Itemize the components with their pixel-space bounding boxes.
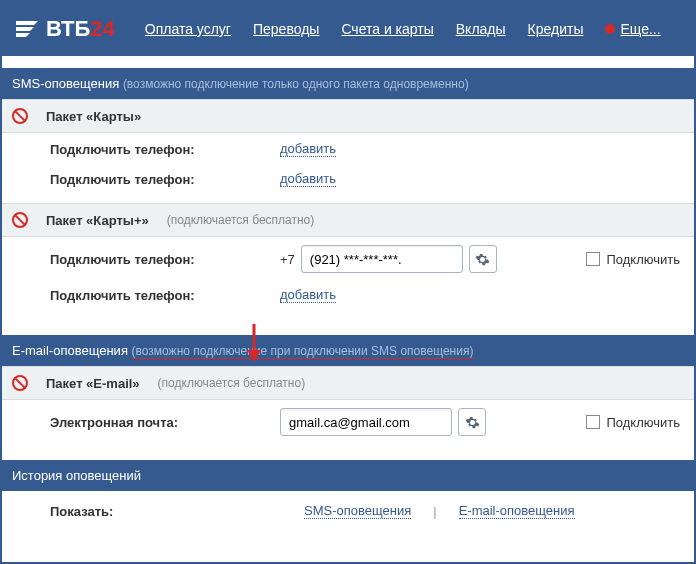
disabled-icon bbox=[12, 212, 28, 228]
pkg-cards-plus-header: Пакет «Карты+» (подключается бесплатно) bbox=[2, 203, 694, 237]
nav-deposits[interactable]: Вклады bbox=[456, 21, 506, 37]
phone-label: Подключить телефон: bbox=[50, 288, 280, 303]
nav-more-link[interactable]: Еще... bbox=[620, 21, 660, 37]
pkg-cards-phone-row-2: Подключить телефон: добавить bbox=[2, 163, 694, 193]
phone-label: Подключить телефон: bbox=[50, 172, 280, 187]
phone-label: Подключить телефон: bbox=[50, 252, 280, 267]
app-header: ВТБ24 Оплата услуг Переводы Счета и карт… bbox=[2, 2, 694, 56]
email-section-header: E-mail-оповещения (возможно подключение … bbox=[2, 335, 694, 366]
email-settings-button[interactable] bbox=[458, 408, 486, 436]
main-nav: Оплата услуг Переводы Счета и карты Вкла… bbox=[145, 21, 661, 37]
nav-transfers[interactable]: Переводы bbox=[253, 21, 319, 37]
disabled-icon bbox=[12, 375, 28, 391]
gear-icon bbox=[475, 252, 490, 267]
gear-icon bbox=[465, 415, 480, 430]
add-phone-link[interactable]: добавить bbox=[280, 171, 336, 187]
add-phone-link[interactable]: добавить bbox=[280, 141, 336, 157]
history-sms-link[interactable]: SMS-оповещения bbox=[304, 503, 411, 519]
pkg-cards-phone-row-1: Подключить телефон: добавить bbox=[2, 133, 694, 163]
phone-settings-button[interactable] bbox=[469, 245, 497, 273]
pkg-cards-plus-phone-row-2: Подключить телефон: добавить bbox=[2, 279, 694, 309]
pkg-cards-title: Пакет «Карты» bbox=[46, 109, 141, 124]
nav-credits[interactable]: Кредиты bbox=[528, 21, 584, 37]
divider: | bbox=[433, 504, 436, 519]
phone-input-group: +7 bbox=[280, 245, 497, 273]
pkg-cards-header: Пакет «Карты» bbox=[2, 99, 694, 133]
annotation-arrow-icon bbox=[244, 322, 264, 362]
pkg-cards-plus-title: Пакет «Карты+» bbox=[46, 213, 149, 228]
connect-checkbox-group: Подключить bbox=[586, 252, 684, 267]
email-input-group bbox=[280, 408, 486, 436]
svg-marker-1 bbox=[247, 350, 261, 362]
sms-section-header: SMS-оповещения (возможно подключение тол… bbox=[2, 68, 694, 99]
pkg-email-title: Пакет «E-mail» bbox=[46, 376, 140, 391]
history-show-label: Показать: bbox=[50, 504, 280, 519]
history-section-header: История оповещений bbox=[2, 460, 694, 491]
phone-prefix: +7 bbox=[280, 252, 295, 267]
logo-icon bbox=[14, 18, 42, 40]
phone-input[interactable] bbox=[301, 245, 463, 273]
phone-label: Подключить телефон: bbox=[50, 142, 280, 157]
connect-label: Подключить bbox=[606, 415, 680, 430]
nav-pay[interactable]: Оплата услуг bbox=[145, 21, 231, 37]
add-phone-link[interactable]: добавить bbox=[280, 287, 336, 303]
logo-text: ВТБ bbox=[46, 16, 90, 42]
email-section-note: (возможно подключение при подключении SM… bbox=[132, 344, 474, 358]
pkg-email-note: (подключается бесплатно) bbox=[158, 376, 306, 390]
pkg-email-header: Пакет «E-mail» (подключается бесплатно) bbox=[2, 366, 694, 400]
logo: ВТБ24 bbox=[14, 16, 115, 42]
history-links: SMS-оповещения | E-mail-оповещения bbox=[304, 503, 575, 519]
nav-accounts[interactable]: Счета и карты bbox=[341, 21, 433, 37]
email-label: Электронная почта: bbox=[50, 415, 280, 430]
notification-badge bbox=[605, 24, 615, 34]
email-input[interactable] bbox=[280, 408, 452, 436]
history-body: Показать: SMS-оповещения | E-mail-оповещ… bbox=[2, 491, 694, 529]
email-section-title: E-mail-оповещения bbox=[12, 343, 128, 358]
connect-checkbox-group: Подключить bbox=[586, 415, 684, 430]
sms-section-note: (возможно подключение только одного паке… bbox=[123, 77, 469, 91]
pkg-cards-plus-note: (подключается бесплатно) bbox=[167, 213, 315, 227]
pkg-email-row: Электронная почта: Подключить bbox=[2, 400, 694, 442]
connect-checkbox[interactable] bbox=[586, 415, 600, 429]
nav-more[interactable]: Еще... bbox=[605, 21, 660, 37]
disabled-icon bbox=[12, 108, 28, 124]
history-email-link[interactable]: E-mail-оповещения bbox=[459, 503, 575, 519]
connect-label: Подключить bbox=[606, 252, 680, 267]
sms-section-title: SMS-оповещения bbox=[12, 76, 119, 91]
logo-suffix: 24 bbox=[90, 16, 114, 42]
connect-checkbox[interactable] bbox=[586, 252, 600, 266]
history-section-title: История оповещений bbox=[12, 468, 141, 483]
pkg-cards-plus-phone-row-1: Подключить телефон: +7 Подключить bbox=[2, 237, 694, 279]
